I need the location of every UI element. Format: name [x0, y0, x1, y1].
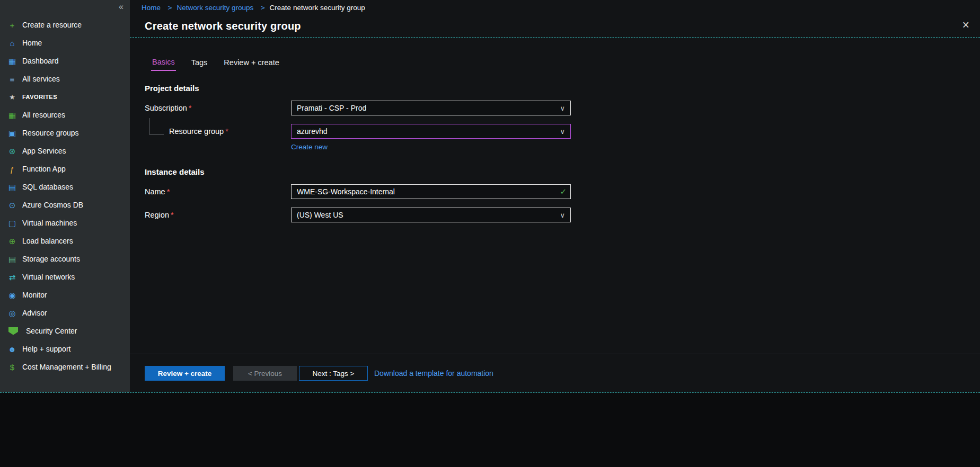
sidebar-item-security-center[interactable]: Security Center [0, 322, 130, 340]
required-asterisk: * [171, 211, 174, 219]
sidebar-item-label: FAVORITES [22, 94, 57, 100]
tab-bar: BasicsTagsReview + create [151, 58, 980, 71]
sidebar-item-create-a-resource[interactable]: +Create a resource [0, 16, 130, 34]
monitor-icon: ◉ [7, 291, 17, 299]
resource-group-value: azurevhd [297, 127, 328, 136]
subscription-label-cell: Subscription* [145, 104, 291, 112]
subscription-row: Subscription* Pramati - CSP - Prod ∨ [145, 101, 980, 115]
sidebar-item-virtual-networks[interactable]: ⇄Virtual networks [0, 268, 130, 286]
name-input[interactable] [291, 184, 571, 199]
sidebar-item-label: All services [22, 75, 60, 83]
breadcrumb: Home>Network security groups>Create netw… [130, 0, 980, 15]
subscription-label: Subscription [145, 104, 187, 112]
sidebar-item-resource-groups[interactable]: ▣Resource groups [0, 124, 130, 142]
chevron-down-icon: ∨ [560, 104, 565, 112]
region-label-cell: Region* [145, 211, 291, 219]
next-tags-button[interactable]: Next : Tags > [299, 366, 368, 381]
create-nsg-panel: BasicsTagsReview + create Project detail… [130, 38, 980, 392]
sidebar-item-load-balancers[interactable]: ⊕Load balancers [0, 232, 130, 250]
breadcrumb-separator: > [165, 4, 172, 12]
required-asterisk: * [189, 104, 192, 112]
section-instance-details: Instance details [145, 167, 980, 176]
breadcrumb-network-security-groups[interactable]: Network security groups [176, 4, 253, 12]
region-row: Region* (US) West US ∨ [145, 208, 980, 222]
resource-group-row: Resource group* azurevhd ∨ [145, 124, 980, 139]
section-project-details: Project details [145, 84, 980, 93]
chevron-down-icon: ∨ [560, 128, 565, 136]
vm-monitor-icon: ▢ [7, 219, 17, 227]
sidebar-item-monitor[interactable]: ◉Monitor [0, 286, 130, 304]
sidebar-item-label: SQL databases [22, 183, 73, 191]
sidebar-item-label: Azure Cosmos DB [22, 201, 83, 209]
focus-outline-bottom [0, 392, 980, 393]
name-label-cell: Name* [145, 187, 291, 196]
sidebar-item-azure-cosmos-db[interactable]: ⊙Azure Cosmos DB [0, 196, 130, 214]
create-new-row: Create new [145, 142, 980, 151]
valid-check-icon: ✓ [560, 187, 567, 196]
sidebar-item-label: App Services [22, 147, 66, 155]
billing-icon: $ [7, 363, 17, 371]
sidebar-item-storage-accounts[interactable]: ▤Storage accounts [0, 250, 130, 268]
subscription-value: Pramati - CSP - Prod [297, 104, 366, 112]
help-person-icon: ☻ [7, 345, 17, 353]
sidebar-item-label: Create a resource [22, 21, 82, 29]
breadcrumb-home[interactable]: Home [142, 4, 161, 12]
name-row: Name* ✓ [145, 184, 980, 199]
region-dropdown[interactable]: (US) West US ∨ [291, 208, 571, 222]
resource-group-dropdown[interactable]: azurevhd ∨ [291, 124, 571, 139]
sidebar-item-app-services[interactable]: ⊛App Services [0, 142, 130, 160]
sidebar-item-label: Security Center [26, 327, 77, 335]
sidebar-item-all-services[interactable]: ≡All services [0, 70, 130, 88]
sidebar-nav: +Create a resource⌂Home▦Dashboard≡All se… [0, 0, 130, 376]
create-new-link[interactable]: Create new [291, 143, 328, 151]
tree-connector [149, 118, 164, 134]
lightning-icon: ƒ [7, 165, 17, 173]
breadcrumb-create-network-security-group: Create network security group [270, 4, 365, 12]
sidebar-collapse-icon[interactable]: « [119, 2, 123, 12]
sidebar-item-label: Load balancers [22, 237, 73, 245]
globe-icon: ⊛ [7, 147, 17, 155]
download-template-link[interactable]: Download a template for automation [374, 369, 493, 378]
sidebar: « +Create a resource⌂Home▦Dashboard≡All … [0, 0, 130, 392]
shield-icon [8, 327, 18, 335]
tab-tags[interactable]: Tags [190, 58, 209, 71]
sidebar-item-cost-management-billing[interactable]: $Cost Management + Billing [0, 358, 130, 376]
sidebar-item-dashboard[interactable]: ▦Dashboard [0, 52, 130, 70]
sidebar-item-label: Storage accounts [22, 255, 80, 263]
sidebar-item-label: Virtual machines [22, 219, 77, 227]
subscription-dropdown[interactable]: Pramati - CSP - Prod ∨ [291, 101, 571, 115]
breadcrumb-separator: > [258, 4, 264, 12]
tab-basics[interactable]: Basics [151, 58, 176, 71]
region-label: Region [145, 211, 169, 219]
wizard-footer: Review + create < Previous Next : Tags >… [130, 354, 980, 392]
required-asterisk: * [225, 127, 228, 136]
sidebar-item-label: Home [22, 39, 42, 47]
dashboard-icon: ▦ [7, 57, 17, 65]
name-label: Name [145, 187, 165, 196]
resource-group-label-cell: Resource group* [145, 127, 291, 136]
close-icon[interactable]: × [963, 19, 969, 31]
sidebar-item-function-app[interactable]: ƒFunction App [0, 160, 130, 178]
planet-icon: ⊙ [7, 201, 17, 209]
network-icon: ⇄ [7, 273, 17, 281]
sidebar-item-label: Advisor [22, 309, 47, 317]
sidebar-item-label: Resource groups [22, 129, 79, 137]
review-create-button[interactable]: Review + create [145, 366, 225, 381]
sidebar-item-virtual-machines[interactable]: ▢Virtual machines [0, 214, 130, 232]
sidebar-item-sql-databases[interactable]: ▤SQL databases [0, 178, 130, 196]
grid-icon: ▦ [7, 111, 17, 119]
sidebar-item-label: Function App [22, 165, 66, 173]
sidebar-item-advisor[interactable]: ◎Advisor [0, 304, 130, 322]
load-balancer-icon: ⊕ [7, 237, 17, 245]
tab-review-create[interactable]: Review + create [223, 58, 280, 71]
sidebar-item-label: Monitor [22, 291, 47, 299]
storage-icon: ▤ [7, 255, 17, 263]
required-asterisk: * [167, 187, 170, 196]
sidebar-item-help-support[interactable]: ☻Help + support [0, 340, 130, 358]
cube-icon: ▣ [7, 129, 17, 137]
previous-button[interactable]: < Previous [233, 366, 297, 381]
sidebar-item-label: Virtual networks [22, 273, 75, 281]
sidebar-item-home[interactable]: ⌂Home [0, 34, 130, 52]
sidebar-item-all-resources[interactable]: ▦All resources [0, 106, 130, 124]
page-title: Create network security group [145, 20, 301, 32]
